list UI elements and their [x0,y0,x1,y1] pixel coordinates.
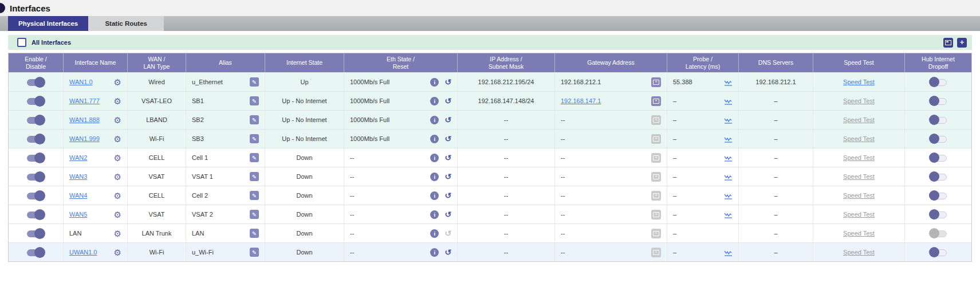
enable-toggle[interactable] [26,77,45,88]
reset-icon[interactable]: ↺ [444,191,451,199]
ping-gateway-button[interactable]: + [651,115,661,125]
gear-icon[interactable]: ⚙ [114,116,121,124]
latency-chart-button[interactable] [724,154,733,162]
latency-chart-button[interactable] [724,97,733,105]
ping-gateway-button[interactable]: + [651,229,661,238]
latency-chart-button[interactable] [724,116,733,124]
ping-gateway-button[interactable]: + [651,248,661,257]
latency-chart-button[interactable] [724,79,733,86]
edit-alias-button[interactable]: ✎ [250,229,259,238]
hub-dropoff-toggle[interactable] [929,77,948,88]
info-icon[interactable]: i [430,135,439,143]
speed-test-link[interactable]: Speed Test [843,211,875,218]
speed-test-link[interactable]: Speed Test [843,230,875,237]
enable-toggle[interactable] [26,152,45,163]
edit-alias-button[interactable]: ✎ [250,134,259,143]
enable-toggle[interactable] [26,228,45,239]
speed-test-link[interactable]: Speed Test [843,135,875,142]
hub-dropoff-toggle[interactable] [929,171,948,182]
ping-gateway-button[interactable]: + [651,134,661,144]
latency-chart-button[interactable] [724,192,733,199]
reset-icon[interactable]: ↺ [444,248,451,256]
info-icon[interactable]: i [430,248,439,257]
reset-icon[interactable]: ↺ [444,116,451,124]
speed-test-link[interactable]: Speed Test [843,173,875,180]
reset-icon[interactable]: ↺ [444,97,451,105]
interface-name-link[interactable]: WAN5 [69,211,87,218]
reset-icon[interactable]: ↺ [444,78,451,86]
enable-toggle[interactable] [26,247,45,258]
gear-icon[interactable]: ⚙ [114,173,121,181]
latency-chart-button[interactable] [724,135,733,143]
interface-name-link[interactable]: WAN2 [69,154,87,161]
ping-gateway-button[interactable]: + [651,77,661,87]
edit-alias-button[interactable]: ✎ [250,172,259,181]
gear-icon[interactable]: ⚙ [114,97,121,105]
info-icon[interactable]: i [430,191,439,200]
ping-gateway-button[interactable]: + [651,210,661,220]
ping-gateway-button[interactable]: + [651,153,661,163]
reset-icon[interactable]: ↺ [444,135,451,143]
gear-icon[interactable]: ⚙ [114,191,121,200]
speed-test-link[interactable]: Speed Test [843,116,875,123]
edit-alias-button[interactable]: ✎ [250,96,259,105]
interface-name-link[interactable]: WAN1.0 [69,79,93,85]
interface-name-link[interactable]: UWAN1.0 [69,249,97,256]
hub-dropoff-toggle[interactable] [929,228,948,239]
interface-name-link[interactable]: WAN3 [69,173,87,180]
hub-dropoff-toggle[interactable] [929,152,948,163]
enable-toggle[interactable] [26,96,45,107]
info-icon[interactable]: i [430,97,439,105]
info-icon[interactable]: i [430,78,439,87]
edit-alias-button[interactable]: ✎ [250,115,259,124]
ping-gateway-button[interactable]: + [651,96,661,106]
reset-icon[interactable]: ↺ [444,154,451,162]
latency-chart-button[interactable] [724,173,733,181]
ping-gateway-button[interactable]: + [651,172,661,182]
card-view-button[interactable] [943,38,953,48]
hub-dropoff-toggle[interactable] [929,190,948,201]
hub-dropoff-toggle[interactable] [929,247,948,258]
gear-icon[interactable]: ⚙ [114,78,121,87]
edit-alias-button[interactable]: ✎ [250,191,259,200]
gear-icon[interactable]: ⚙ [114,210,121,219]
tab-static-routes[interactable]: Static Routes [88,16,164,31]
speed-test-link[interactable]: Speed Test [843,79,875,85]
speed-test-link[interactable]: Speed Test [843,249,875,256]
speed-test-link[interactable]: Speed Test [843,192,875,199]
ping-gateway-button[interactable]: + [651,191,661,201]
interface-name-link[interactable]: WAN1.777 [69,97,100,104]
gear-icon[interactable]: ⚙ [114,248,121,257]
info-icon[interactable]: i [430,116,439,124]
enable-toggle[interactable] [26,171,45,182]
hub-dropoff-toggle[interactable] [929,209,948,220]
hub-dropoff-toggle[interactable] [929,134,948,144]
info-icon[interactable]: i [430,210,439,219]
interface-name-link[interactable]: WAN1.999 [69,135,100,142]
hub-dropoff-toggle[interactable] [929,115,948,126]
info-icon[interactable]: i [430,229,439,238]
gear-icon[interactable]: ⚙ [114,135,121,143]
gear-icon[interactable]: ⚙ [114,229,121,238]
speed-test-link[interactable]: Speed Test [843,154,875,161]
enable-toggle[interactable] [26,209,45,220]
speed-test-link[interactable]: Speed Test [843,97,875,104]
tab-physical-interfaces[interactable]: Physical Interfaces [8,16,88,31]
add-button[interactable]: + [957,38,967,48]
gear-icon[interactable]: ⚙ [114,154,121,162]
gateway-text[interactable]: 192.168.147.1 [561,97,601,104]
all-interfaces-checkbox[interactable] [17,38,26,47]
reset-icon[interactable]: ↺ [444,229,451,237]
enable-toggle[interactable] [26,190,45,201]
edit-alias-button[interactable]: ✎ [250,77,259,87]
info-icon[interactable]: i [430,154,439,162]
enable-toggle[interactable] [26,134,45,144]
latency-chart-button[interactable] [724,249,733,256]
latency-chart-button[interactable] [724,211,733,218]
enable-toggle[interactable] [26,115,45,126]
reset-icon[interactable]: ↺ [444,210,451,218]
edit-alias-button[interactable]: ✎ [250,153,259,162]
interface-name-link[interactable]: WAN1.888 [69,116,100,123]
edit-alias-button[interactable]: ✎ [250,248,259,257]
interface-name-link[interactable]: WAN4 [69,192,87,199]
